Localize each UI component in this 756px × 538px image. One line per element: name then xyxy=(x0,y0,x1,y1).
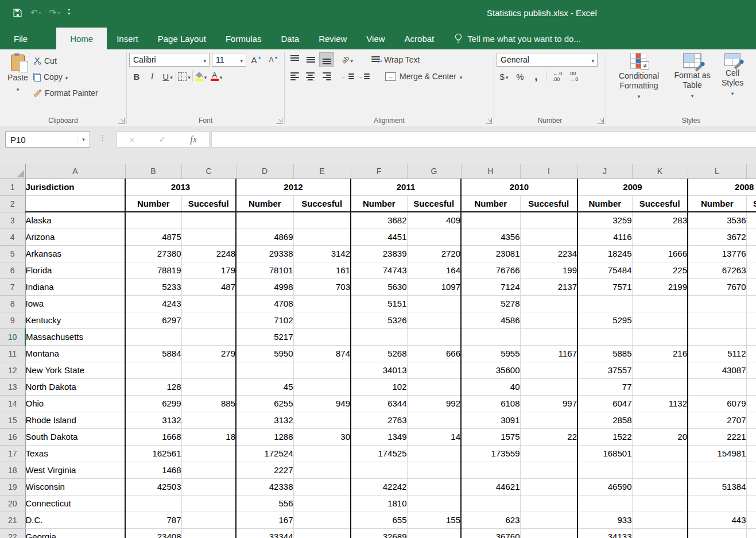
cell-A18[interactable]: West Virginia xyxy=(25,462,125,478)
cell-L9[interactable] xyxy=(688,312,746,328)
cell-D13[interactable]: 45 xyxy=(236,378,293,395)
cell-G18[interactable] xyxy=(407,462,461,478)
cell-E15[interactable] xyxy=(293,412,351,428)
cell-C5[interactable]: 2248 xyxy=(181,245,236,262)
cell-D22[interactable]: 33344 xyxy=(236,528,293,538)
cell-K15[interactable] xyxy=(632,412,688,428)
cell-M3[interactable] xyxy=(746,212,756,229)
tell-me-box[interactable]: Tell me what you want to do... xyxy=(454,28,581,49)
cell-M16[interactable] xyxy=(746,428,756,445)
align-center-button[interactable] xyxy=(303,69,318,84)
col-header-H[interactable]: H xyxy=(461,164,520,179)
cell-A9[interactable]: Kentucky xyxy=(25,312,125,328)
cell-F20[interactable]: 1810 xyxy=(351,495,407,512)
subheader-number[interactable]: Number xyxy=(461,195,520,212)
row-header-16[interactable]: 16 xyxy=(0,428,25,445)
percent-style-button[interactable]: % xyxy=(513,69,528,84)
cell-D7[interactable]: 4998 xyxy=(236,278,293,295)
cell-K5[interactable]: 1666 xyxy=(632,245,688,262)
cell-I21[interactable] xyxy=(520,512,577,528)
cell-G5[interactable]: 2720 xyxy=(407,245,461,262)
subheader-number[interactable]: Number xyxy=(688,195,746,212)
cell-I16[interactable]: 22 xyxy=(520,428,577,445)
subheader-succesful[interactable]: Succesful xyxy=(632,195,688,212)
font-color-button[interactable]: A xyxy=(209,69,224,84)
row-header-14[interactable]: 14 xyxy=(0,395,25,412)
row-header-5[interactable]: 5 xyxy=(0,245,25,262)
cell-J3[interactable]: 3259 xyxy=(577,212,632,229)
cell-C19[interactable] xyxy=(181,478,236,495)
enter-button[interactable]: ✓ xyxy=(158,134,166,145)
italic-button[interactable]: I xyxy=(145,69,160,84)
cell-B15[interactable]: 3132 xyxy=(125,412,181,428)
cell-K7[interactable]: 2199 xyxy=(632,278,688,295)
cell-C3[interactable] xyxy=(181,212,236,229)
cell-L4[interactable]: 3672 xyxy=(688,229,746,245)
cell-E9[interactable] xyxy=(293,312,351,328)
cell-J17[interactable]: 168501 xyxy=(577,445,632,462)
cell-G20[interactable] xyxy=(407,495,461,512)
cell-E6[interactable]: 161 xyxy=(293,262,351,278)
row-header-19[interactable]: 19 xyxy=(0,478,25,495)
subheader-number[interactable]: Number xyxy=(351,195,407,212)
cell-L21[interactable]: 443 xyxy=(688,512,746,528)
cell-E5[interactable]: 3142 xyxy=(293,245,351,262)
cell-I22[interactable] xyxy=(520,528,577,538)
cell-D16[interactable]: 1288 xyxy=(236,428,293,445)
format-as-table-button[interactable]: Format as Table xyxy=(669,51,715,115)
cell-C15[interactable] xyxy=(181,412,236,428)
cell-H9[interactable]: 4586 xyxy=(461,312,520,328)
cell-C20[interactable] xyxy=(181,495,236,512)
cell-D9[interactable]: 7102 xyxy=(236,312,293,328)
cell-F12[interactable]: 34013 xyxy=(351,362,407,378)
cell-G6[interactable]: 164 xyxy=(407,262,461,278)
cell-J20[interactable] xyxy=(577,495,632,512)
formula-bar-drag-handle[interactable]: ⋮ xyxy=(99,133,106,142)
save-button[interactable] xyxy=(13,8,22,18)
cell-C4[interactable] xyxy=(181,229,236,245)
cell-F21[interactable]: 655 xyxy=(351,512,407,528)
cell-I20[interactable] xyxy=(520,495,577,512)
cell-F11[interactable]: 5268 xyxy=(351,345,407,362)
row-header-21[interactable]: 21 xyxy=(0,512,25,528)
tab-review[interactable]: Review xyxy=(309,28,356,49)
cell-B13[interactable]: 128 xyxy=(125,378,181,395)
cell-L20[interactable] xyxy=(688,495,746,512)
cell-H21[interactable]: 623 xyxy=(461,512,520,528)
orientation-button[interactable]: ab xyxy=(340,52,355,67)
cell-A16[interactable]: South Dakota xyxy=(25,428,125,445)
cell-C21[interactable] xyxy=(181,512,236,528)
align-bottom-button[interactable] xyxy=(319,52,334,67)
tab-insert[interactable]: Insert xyxy=(107,28,148,49)
cell-H11[interactable]: 5955 xyxy=(461,345,520,362)
align-top-button[interactable] xyxy=(287,52,302,67)
year-header-2012[interactable]: 2012 xyxy=(236,179,351,195)
tab-data[interactable]: Data xyxy=(271,28,309,49)
cell-B9[interactable]: 6297 xyxy=(125,312,181,328)
cell-C22[interactable] xyxy=(181,528,236,538)
cell-L15[interactable]: 2707 xyxy=(688,412,746,428)
cell-E14[interactable]: 949 xyxy=(293,395,351,412)
cell-F17[interactable]: 174525 xyxy=(351,445,407,462)
cell-C11[interactable]: 279 xyxy=(181,345,236,362)
cell-K22[interactable] xyxy=(632,528,688,538)
cell-G3[interactable]: 409 xyxy=(407,212,461,229)
cell-L22[interactable] xyxy=(688,528,746,538)
cell-K20[interactable] xyxy=(632,495,688,512)
cell-E16[interactable]: 30 xyxy=(293,428,351,445)
cell-B3[interactable] xyxy=(125,212,181,229)
row-header-10[interactable]: 10 xyxy=(0,328,25,345)
col-header-I[interactable]: I xyxy=(520,164,577,179)
col-header-A[interactable]: A xyxy=(25,164,125,179)
cell-styles-button[interactable]: Cell Styles xyxy=(715,51,750,115)
col-header-E[interactable]: E xyxy=(293,164,351,179)
increase-font-size-button[interactable]: A xyxy=(249,52,263,67)
cell-I8[interactable] xyxy=(520,295,577,312)
cell-A11[interactable]: Montana xyxy=(25,345,125,362)
decrease-font-size-button[interactable]: A xyxy=(266,52,281,67)
cell-M6[interactable] xyxy=(746,262,756,278)
row-header-13[interactable]: 13 xyxy=(0,378,25,395)
cell-B7[interactable]: 5233 xyxy=(125,278,181,295)
cell-K9[interactable] xyxy=(632,312,688,328)
cell-J8[interactable] xyxy=(577,295,632,312)
